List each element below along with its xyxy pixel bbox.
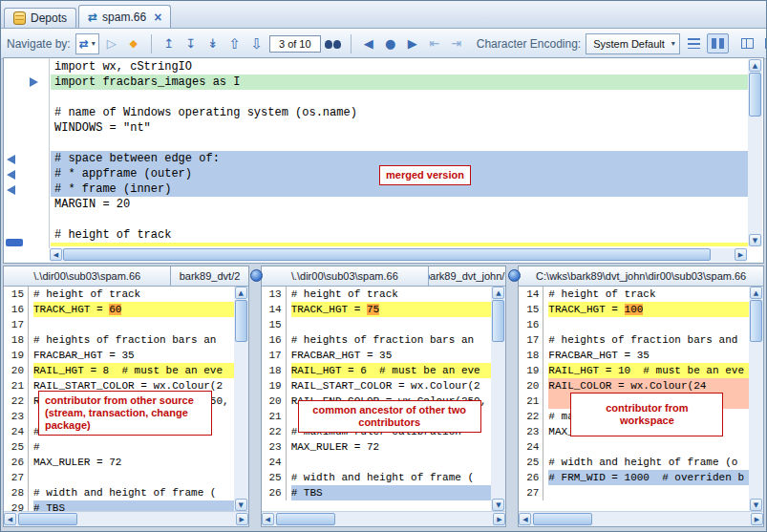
find-button[interactable] (324, 34, 343, 53)
scroll-right-button[interactable]: ▶ (735, 248, 747, 261)
pane-select-button[interactable] (508, 269, 521, 282)
text-lines-icon (688, 38, 700, 49)
file-path-label: C:\wks\bark89\dvt_john\dir00\sub03\spam.… (519, 266, 763, 286)
encoding-select[interactable]: System Default ▾ (586, 33, 680, 54)
next-difference-button[interactable]: ⇩ (247, 34, 266, 53)
code-line: 16 (519, 317, 749, 332)
code-line: 20RAIL_HGT = 8 # must be an eve (4, 363, 234, 378)
collapse-right-button[interactable]: ⇥ (447, 34, 466, 53)
code-line: # name of Windows operating system (os.n… (51, 105, 748, 120)
code-line: 25# width and height of frame ( (262, 470, 492, 485)
other-source-callout: contributor from other source (stream, t… (38, 391, 212, 436)
code-line: # height of track (51, 227, 748, 243)
view-split-button[interactable] (736, 33, 758, 53)
binoculars-icon (325, 38, 341, 50)
code-line: 19FRACBAR_HGT = 35 (4, 348, 234, 363)
chevron-down-icon: ▾ (671, 39, 675, 48)
pane-other-source: \.\dir00\sub03\spam.66 bark89_dvt/2 15# … (3, 266, 249, 527)
tab-spam66-label: spam.66 (102, 11, 146, 24)
contributor-panes: \.\dir00\sub03\spam.66 bark89_dvt/2 15# … (3, 266, 764, 527)
pane-horizontal-scrollbar[interactable]: ◀ ▶ (262, 511, 506, 526)
tab-spam66[interactable]: ⇄ spam.66 × (78, 5, 171, 28)
scroll-thumb[interactable] (533, 513, 592, 525)
code-line: 15# height of track (4, 287, 234, 302)
view-stack-button[interactable] (760, 33, 767, 53)
scroll-down-button[interactable]: ▼ (749, 234, 761, 246)
scroll-up-button[interactable]: ▲ (749, 59, 761, 72)
code-line: import wx, cStringIO (51, 59, 748, 74)
scroll-left-button[interactable]: ◀ (4, 513, 16, 525)
navigate-mode-select[interactable]: ⇄ ▾ (75, 33, 99, 54)
step-back-button[interactable]: ◀ (359, 34, 378, 53)
next-section-button[interactable]: ↡ (203, 34, 223, 53)
diff-position-field[interactable] (269, 35, 321, 53)
code-line (51, 212, 748, 227)
scroll-thumb[interactable] (749, 73, 761, 117)
scroll-up-button[interactable]: ▲ (492, 287, 504, 299)
diff-mode-icon: ⇄ (79, 37, 89, 51)
view-columns-button[interactable] (707, 33, 729, 53)
previous-difference-button[interactable]: ⇧ (225, 34, 245, 53)
scroll-up-button[interactable]: ▲ (235, 287, 247, 299)
pane-code-base[interactable]: 13# height of track14TRACK_HGT = 751516#… (262, 287, 492, 511)
scroll-right-button[interactable]: ▶ (236, 513, 248, 525)
go-next-arrow-button[interactable]: ▷ (102, 34, 121, 53)
collapse-left-button[interactable]: ⇤ (425, 34, 444, 53)
scroll-left-button[interactable]: ◀ (519, 513, 531, 525)
encoding-value: System Default (593, 38, 665, 50)
scroll-down-button[interactable]: ▼ (235, 499, 247, 511)
scroll-left-button[interactable]: ◀ (50, 248, 62, 261)
scroll-left-button[interactable]: ◀ (262, 513, 274, 525)
scroll-thumb[interactable] (63, 248, 711, 261)
file-path-label: \.\dir00\sub03\spam.66 (262, 266, 429, 286)
code-line: 24 (519, 439, 749, 455)
code-line: 17# heights of fraction bars and (519, 332, 749, 348)
code-line (51, 90, 748, 105)
merged-horizontal-scrollbar[interactable]: ◀ ▶ (50, 248, 747, 262)
merge-icon: ⇄ (88, 11, 97, 24)
first-difference-button[interactable]: ↥ (160, 34, 179, 53)
scroll-thumb[interactable] (492, 300, 504, 342)
toolbar-separator (151, 34, 152, 53)
scroll-thumb[interactable] (235, 300, 247, 342)
pane-vertical-scrollbar[interactable]: ▲ ▼ (234, 287, 248, 511)
code-line: 19RAIL_HGT = 10 # must be an eve (519, 363, 749, 378)
scroll-down-button[interactable]: ▼ (750, 499, 762, 511)
pane-horizontal-scrollbar[interactable]: ◀ ▶ (4, 511, 248, 526)
merged-code[interactable]: import wx, cStringIOimport fracbars_imag… (51, 59, 748, 246)
tab-depots-label: Depots (31, 11, 67, 25)
merged-version-callout: merged version (379, 165, 471, 185)
tab-depots[interactable]: Depots (4, 8, 76, 28)
close-icon[interactable]: × (154, 12, 161, 22)
merge-tool-window: Depots ⇄ spam.66 × Navigate by: ⇄ ▾ ▷ ◆ … (0, 0, 767, 532)
last-difference-button[interactable]: ↧ (181, 34, 201, 53)
code-line: 16TRACK_HGT = 60 (4, 302, 234, 317)
code-line: 27 (519, 485, 749, 500)
code-line: 26# FRM_WID = 1000 # overriden b (519, 470, 749, 485)
toolbar: Navigate by: ⇄ ▾ ▷ ◆ ↥ ↧ ↡ ⇧ ⇩ ◀ ● ▶ ⇤ ⇥… (1, 29, 766, 59)
step-forward-button[interactable]: ▶ (403, 34, 422, 53)
scroll-down-button[interactable]: ▼ (492, 499, 504, 511)
scroll-thumb[interactable] (276, 513, 335, 525)
scroll-right-button[interactable]: ▶ (493, 513, 505, 525)
code-line: 27 (4, 470, 234, 485)
merged-vertical-scrollbar[interactable]: ▲ ▼ (748, 59, 762, 246)
view-text-button[interactable] (683, 33, 705, 53)
scroll-thumb[interactable] (18, 513, 77, 525)
navigate-by-label: Navigate by: (7, 37, 71, 51)
code-line: 15TRACK_HGT = 100 (519, 302, 749, 317)
current-location-button[interactable]: ● (381, 34, 400, 53)
pane-vertical-scrollbar[interactable]: ▲ ▼ (749, 287, 763, 511)
current-diff-indicator (6, 239, 23, 246)
pane-vertical-scrollbar[interactable]: ▲ ▼ (491, 287, 505, 511)
code-line: 18FRACBAR_HGT = 35 (519, 348, 749, 363)
scroll-right-button[interactable]: ▶ (751, 513, 763, 525)
merged-pane: import wx, cStringIOimport fracbars_imag… (3, 57, 764, 264)
pane-horizontal-scrollbar[interactable]: ◀ ▶ (519, 511, 763, 526)
scroll-thumb[interactable] (750, 300, 762, 342)
scroll-up-button[interactable]: ▲ (750, 287, 762, 299)
merged-gutter (4, 58, 50, 248)
split-pane-icon (741, 38, 754, 49)
next-conflict-button[interactable]: ◆ (124, 34, 143, 53)
pane-select-button[interactable] (250, 269, 263, 282)
